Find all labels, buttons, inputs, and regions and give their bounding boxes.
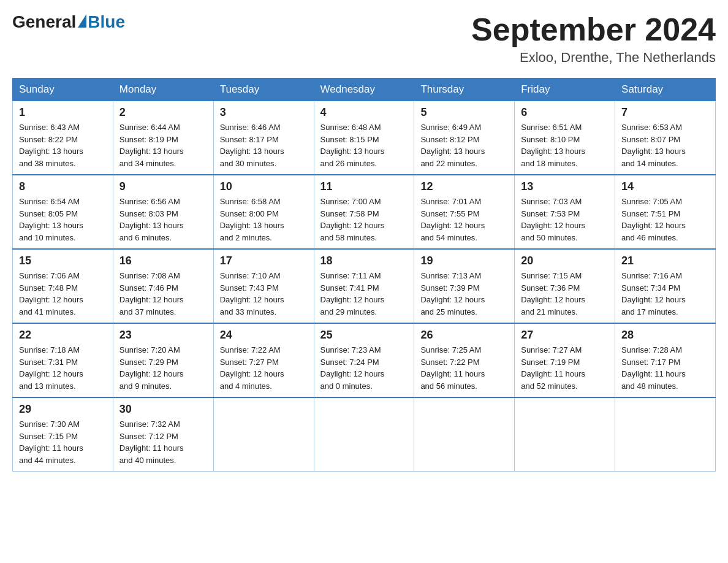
calendar-day-cell: 11 Sunrise: 7:00 AMSunset: 7:58 PMDaylig…	[314, 175, 414, 249]
day-number: 16	[119, 255, 207, 267]
day-info: Sunrise: 6:43 AMSunset: 8:22 PMDaylight:…	[19, 123, 83, 168]
calendar-day-header: Sunday	[13, 79, 113, 101]
day-info: Sunrise: 7:03 AMSunset: 7:53 PMDaylight:…	[521, 197, 585, 242]
day-info: Sunrise: 7:15 AMSunset: 7:36 PMDaylight:…	[521, 271, 585, 316]
logo-triangle-icon	[78, 14, 86, 28]
day-number: 25	[320, 329, 408, 342]
day-number: 29	[19, 403, 107, 416]
day-info: Sunrise: 7:05 AMSunset: 7:51 PMDaylight:…	[621, 197, 686, 242]
day-info: Sunrise: 7:22 AMSunset: 7:27 PMDaylight:…	[220, 345, 284, 391]
day-info: Sunrise: 7:01 AMSunset: 7:55 PMDaylight:…	[420, 197, 485, 242]
calendar-day-cell: 5 Sunrise: 6:49 AMSunset: 8:12 PMDayligh…	[414, 101, 515, 175]
calendar-day-cell	[414, 397, 515, 472]
day-info: Sunrise: 7:28 AMSunset: 7:17 PMDaylight:…	[621, 345, 686, 391]
day-number: 19	[420, 255, 508, 267]
day-info: Sunrise: 7:16 AMSunset: 7:34 PMDaylight:…	[621, 271, 686, 316]
calendar-day-header: Friday	[515, 79, 615, 101]
calendar-day-cell: 18 Sunrise: 7:11 AMSunset: 7:41 PMDaylig…	[314, 249, 414, 323]
calendar-day-header: Monday	[113, 79, 213, 101]
calendar-day-cell: 13 Sunrise: 7:03 AMSunset: 7:53 PMDaylig…	[515, 175, 615, 249]
day-number: 6	[521, 106, 609, 119]
day-number: 18	[320, 255, 408, 267]
title-block: September 2024 Exloo, Drenthe, The Nethe…	[471, 12, 716, 66]
calendar-day-cell: 9 Sunrise: 6:56 AMSunset: 8:03 PMDayligh…	[113, 175, 213, 249]
day-number: 8	[19, 180, 107, 193]
day-info: Sunrise: 7:08 AMSunset: 7:46 PMDaylight:…	[119, 271, 184, 316]
calendar-day-cell: 10 Sunrise: 6:58 AMSunset: 8:00 PMDaylig…	[213, 175, 314, 249]
calendar-day-cell: 12 Sunrise: 7:01 AMSunset: 7:55 PMDaylig…	[414, 175, 515, 249]
day-info: Sunrise: 6:54 AMSunset: 8:05 PMDaylight:…	[19, 197, 83, 242]
day-number: 1	[19, 106, 107, 119]
day-number: 5	[420, 106, 508, 119]
day-number: 4	[320, 106, 408, 119]
day-number: 7	[621, 106, 709, 119]
day-info: Sunrise: 6:46 AMSunset: 8:17 PMDaylight:…	[220, 123, 284, 168]
day-info: Sunrise: 7:10 AMSunset: 7:43 PMDaylight:…	[220, 271, 284, 316]
calendar-week-row: 1 Sunrise: 6:43 AMSunset: 8:22 PMDayligh…	[13, 101, 716, 175]
calendar-day-header: Thursday	[414, 79, 515, 101]
day-info: Sunrise: 7:06 AMSunset: 7:48 PMDaylight:…	[19, 271, 83, 316]
day-number: 24	[220, 329, 308, 342]
calendar-day-cell: 15 Sunrise: 7:06 AMSunset: 7:48 PMDaylig…	[13, 249, 113, 323]
day-number: 2	[119, 106, 207, 119]
calendar-week-row: 22 Sunrise: 7:18 AMSunset: 7:31 PMDaylig…	[13, 323, 716, 397]
day-info: Sunrise: 7:00 AMSunset: 7:58 PMDaylight:…	[320, 197, 385, 242]
day-info: Sunrise: 6:58 AMSunset: 8:00 PMDaylight:…	[220, 197, 284, 242]
calendar-day-cell: 6 Sunrise: 6:51 AMSunset: 8:10 PMDayligh…	[515, 101, 615, 175]
day-number: 9	[119, 180, 207, 193]
day-info: Sunrise: 6:51 AMSunset: 8:10 PMDaylight:…	[521, 123, 585, 168]
calendar-day-cell: 2 Sunrise: 6:44 AMSunset: 8:19 PMDayligh…	[113, 101, 213, 175]
day-number: 3	[220, 106, 308, 119]
calendar-day-cell: 29 Sunrise: 7:30 AMSunset: 7:15 PMDaylig…	[13, 397, 113, 472]
logo: General Blue	[12, 12, 125, 32]
day-number: 20	[521, 255, 609, 267]
day-info: Sunrise: 6:56 AMSunset: 8:03 PMDaylight:…	[119, 197, 184, 242]
calendar-day-cell: 7 Sunrise: 6:53 AMSunset: 8:07 PMDayligh…	[615, 101, 716, 175]
day-number: 15	[19, 255, 107, 267]
logo-text-blue: Blue	[88, 12, 125, 32]
calendar-day-cell: 21 Sunrise: 7:16 AMSunset: 7:34 PMDaylig…	[615, 249, 716, 323]
day-number: 28	[621, 329, 709, 342]
day-info: Sunrise: 7:27 AMSunset: 7:19 PMDaylight:…	[521, 345, 585, 391]
calendar-day-header: Tuesday	[213, 79, 314, 101]
calendar-day-cell: 8 Sunrise: 6:54 AMSunset: 8:05 PMDayligh…	[13, 175, 113, 249]
calendar-day-cell	[515, 397, 615, 472]
day-info: Sunrise: 7:20 AMSunset: 7:29 PMDaylight:…	[119, 345, 184, 391]
day-number: 21	[621, 255, 709, 267]
calendar-day-cell: 27 Sunrise: 7:27 AMSunset: 7:19 PMDaylig…	[515, 323, 615, 397]
day-number: 14	[621, 180, 709, 193]
day-info: Sunrise: 6:48 AMSunset: 8:15 PMDaylight:…	[320, 123, 385, 168]
calendar-day-cell	[314, 397, 414, 472]
day-info: Sunrise: 7:32 AMSunset: 7:12 PMDaylight:…	[119, 419, 184, 465]
calendar-day-cell: 28 Sunrise: 7:28 AMSunset: 7:17 PMDaylig…	[615, 323, 716, 397]
calendar-week-row: 8 Sunrise: 6:54 AMSunset: 8:05 PMDayligh…	[13, 175, 716, 249]
day-info: Sunrise: 7:18 AMSunset: 7:31 PMDaylight:…	[19, 345, 83, 391]
calendar-day-cell	[615, 397, 716, 472]
day-number: 17	[220, 255, 308, 267]
day-info: Sunrise: 7:23 AMSunset: 7:24 PMDaylight:…	[320, 345, 385, 391]
calendar-day-cell: 30 Sunrise: 7:32 AMSunset: 7:12 PMDaylig…	[113, 397, 213, 472]
calendar-day-cell: 19 Sunrise: 7:13 AMSunset: 7:39 PMDaylig…	[414, 249, 515, 323]
day-info: Sunrise: 7:13 AMSunset: 7:39 PMDaylight:…	[420, 271, 485, 316]
calendar-day-header: Saturday	[615, 79, 716, 101]
logo-text-general: General	[12, 12, 76, 32]
day-number: 30	[119, 403, 207, 416]
day-info: Sunrise: 7:11 AMSunset: 7:41 PMDaylight:…	[320, 271, 385, 316]
calendar-table: SundayMondayTuesdayWednesdayThursdayFrid…	[12, 78, 716, 472]
day-info: Sunrise: 6:53 AMSunset: 8:07 PMDaylight:…	[621, 123, 686, 168]
day-info: Sunrise: 6:44 AMSunset: 8:19 PMDaylight:…	[119, 123, 184, 168]
day-number: 11	[320, 180, 408, 193]
calendar-day-cell: 16 Sunrise: 7:08 AMSunset: 7:46 PMDaylig…	[113, 249, 213, 323]
calendar-day-cell: 25 Sunrise: 7:23 AMSunset: 7:24 PMDaylig…	[314, 323, 414, 397]
day-number: 13	[521, 180, 609, 193]
calendar-week-row: 29 Sunrise: 7:30 AMSunset: 7:15 PMDaylig…	[13, 397, 716, 472]
calendar-day-cell: 24 Sunrise: 7:22 AMSunset: 7:27 PMDaylig…	[213, 323, 314, 397]
calendar-header-row: SundayMondayTuesdayWednesdayThursdayFrid…	[13, 79, 716, 101]
calendar-day-cell: 14 Sunrise: 7:05 AMSunset: 7:51 PMDaylig…	[615, 175, 716, 249]
day-info: Sunrise: 7:25 AMSunset: 7:22 PMDaylight:…	[420, 345, 485, 391]
location-subtitle: Exloo, Drenthe, The Netherlands	[471, 50, 716, 66]
day-number: 23	[119, 329, 207, 342]
day-number: 26	[420, 329, 508, 342]
month-year-title: September 2024	[471, 12, 716, 47]
day-number: 22	[19, 329, 107, 342]
